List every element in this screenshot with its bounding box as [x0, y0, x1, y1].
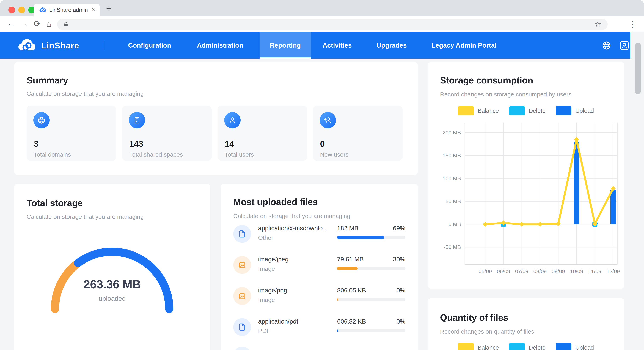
nav-item-legacy-admin-portal[interactable]: Legacy Admin Portal	[432, 32, 496, 59]
nav-item-upgrades[interactable]: Upgrades	[376, 32, 407, 59]
file-type: image/png	[258, 287, 287, 294]
tab-close-icon[interactable]: ×	[92, 4, 96, 16]
legend-label: Upload	[575, 344, 594, 350]
legend-delete[interactable]: Delete	[509, 106, 546, 115]
file-percent: 30%	[393, 256, 406, 263]
stat-label: Total users	[224, 151, 254, 158]
user-profile-icon[interactable]	[619, 40, 630, 51]
home-icon[interactable]: ⌂	[46, 16, 52, 32]
legend-balance[interactable]: Balance	[458, 343, 499, 350]
nav-divider	[104, 40, 104, 51]
active-tab-underline	[260, 57, 311, 59]
language-globe-icon[interactable]	[602, 41, 611, 50]
file-category: Other	[258, 234, 273, 241]
file-row: application/pdf PDF 606.82 KB 0%	[233, 317, 406, 344]
progress-track	[337, 267, 406, 270]
progress-fill	[337, 298, 338, 301]
gauge-caption: uploaded	[14, 295, 210, 302]
storage-consumption-subtitle: Record changes on storage consumped by u…	[440, 91, 572, 98]
nav-item-configuration[interactable]: Configuration	[128, 32, 171, 59]
chart-legend: Balance Delete Upload	[428, 343, 624, 350]
most-uploaded-title: Most uploaded files	[233, 197, 318, 207]
gauge-value: 263.36 MB	[14, 277, 210, 291]
svg-text:200 MB: 200 MB	[443, 130, 461, 136]
image-icon	[233, 256, 251, 274]
storage-consumption-title: Storage consumption	[440, 75, 533, 86]
stat-value: 143	[129, 139, 143, 149]
file-size: 806.05 KB	[337, 287, 366, 294]
file-percent: 0%	[396, 318, 406, 325]
forward-icon: →	[20, 16, 28, 32]
scrollbar-thumb[interactable]	[635, 43, 641, 94]
stat-card-total-shared-spaces: 143 Total shared spaces	[122, 106, 212, 161]
legend-delete[interactable]: Delete	[509, 343, 546, 350]
stat-card-new-users: 0 New users	[313, 106, 402, 161]
stat-card-total-domains: 3 Total domains	[26, 106, 116, 161]
progress-track	[337, 329, 406, 332]
chart-legend: Balance Delete Upload	[428, 106, 624, 115]
stat-card-total-users: 14 Total users	[218, 106, 307, 161]
upload-swatch-icon	[556, 106, 572, 115]
quantity-files-subtitle: Record changes on quantity of files	[440, 328, 534, 335]
svg-text:100 MB: 100 MB	[443, 175, 461, 181]
reload-icon[interactable]: ⟳	[34, 16, 41, 32]
file-percent: 0%	[396, 287, 406, 294]
legend-label: Delete	[529, 344, 546, 350]
legend-balance[interactable]: Balance	[458, 106, 499, 115]
svg-text:09/09: 09/09	[552, 268, 565, 274]
file-row: image/jpeg Image 79.61 MB 30%	[233, 255, 406, 282]
nav-item-reporting[interactable]: Reporting	[260, 32, 311, 59]
storage-consumption-chart: 200 MB150 MB100 MB50 MB0 MB-50 MB05/0906…	[428, 117, 624, 280]
stat-value: 14	[224, 139, 234, 149]
new-tab-button[interactable]: +	[106, 2, 112, 15]
nav-item-administration[interactable]: Administration	[197, 32, 243, 59]
window-minimize-button[interactable]	[18, 7, 25, 13]
most-uploaded-files-card: Most uploaded files Calculate on storage…	[221, 184, 418, 350]
lock-icon	[63, 21, 69, 27]
legend-upload[interactable]: Upload	[556, 106, 594, 115]
file-type: application/x-msdownlo...	[258, 225, 328, 232]
progress-fill	[337, 329, 338, 332]
legend-upload[interactable]: Upload	[556, 343, 594, 350]
file-size: 606.82 KB	[337, 318, 366, 325]
legend-label: Balance	[478, 344, 499, 350]
bookmark-star-icon[interactable]: ☆	[594, 20, 601, 29]
nav-item-activities[interactable]: Activities	[322, 32, 352, 59]
file-icon	[233, 318, 251, 336]
svg-text:150 MB: 150 MB	[443, 153, 461, 158]
svg-text:05/09: 05/09	[478, 268, 492, 274]
legend-label: Balance	[478, 107, 499, 114]
progress-track	[337, 298, 406, 301]
legend-label: Upload	[575, 107, 594, 114]
back-icon[interactable]: ←	[7, 16, 15, 32]
window-close-button[interactable]	[8, 7, 15, 13]
browser-address-bar: ← → ⟳ ⌂ ☆ ⋮	[0, 16, 644, 32]
quantity-files-title: Quantity of files	[440, 312, 508, 323]
file-row: image/png Image 806.05 KB 0%	[233, 286, 406, 313]
file-type: application/pdf	[258, 318, 298, 325]
stat-label: New users	[320, 151, 348, 158]
browser-tab-strip: LinShare admin × +	[0, 0, 644, 16]
file-type: image/jpeg	[258, 256, 288, 263]
globe-icon	[33, 112, 50, 128]
nav-item-reporting-label: Reporting	[270, 32, 301, 59]
file-percent: 69%	[393, 225, 406, 232]
svg-text:07/09: 07/09	[515, 268, 528, 274]
balance-swatch-icon	[458, 106, 474, 115]
browser-menu-icon[interactable]: ⋮	[628, 17, 637, 32]
url-input[interactable]: ☆	[57, 19, 608, 30]
svg-text:08/09: 08/09	[533, 268, 546, 274]
stat-label: Total domains	[34, 151, 71, 158]
summary-card: Summary Calculate on storage that you ar…	[14, 62, 418, 175]
svg-text:0 MB: 0 MB	[448, 221, 461, 227]
user-add-icon	[320, 112, 336, 128]
file-row: application/x-msdownlo... Other 182 MB 6…	[233, 224, 406, 251]
progress-fill	[337, 236, 384, 239]
stat-value: 0	[320, 139, 325, 149]
svg-text:10/09: 10/09	[570, 268, 583, 274]
brand-name[interactable]: LinShare	[41, 32, 79, 59]
browser-tab[interactable]: LinShare admin ×	[34, 4, 100, 16]
file-size: 182 MB	[337, 225, 358, 232]
delete-swatch-icon	[509, 106, 525, 115]
file-category: Image	[258, 296, 275, 303]
